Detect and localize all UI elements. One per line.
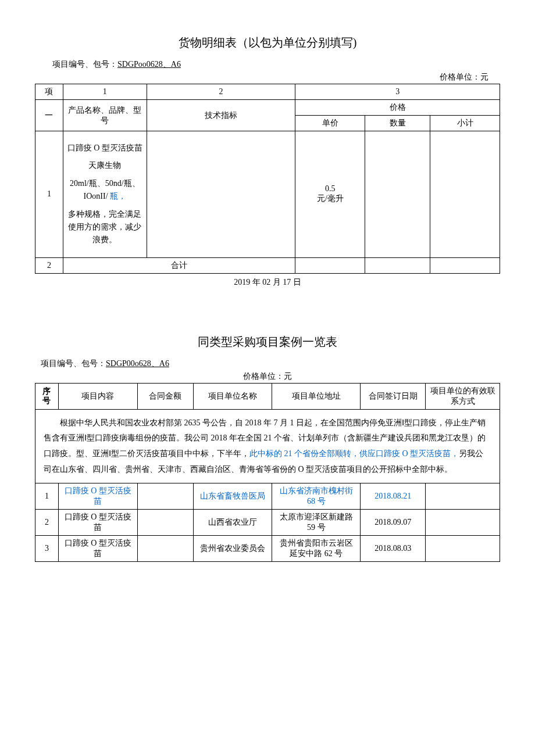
cases-h-sign-date: 合同签订日期 [361, 383, 426, 409]
case-contact [426, 536, 500, 562]
case-sign-date: 2018.08.21 [361, 483, 426, 510]
case-no: 3 [35, 536, 59, 562]
case-unit-name: 山东省畜牧兽医局 [193, 483, 272, 510]
total-label: 合计 [63, 257, 295, 273]
cases-h-seq: 序号 [35, 383, 59, 409]
case-amount [137, 536, 193, 562]
table-row: 根据中华人民共和国农业农村部第 2635 号公告，自 2018 年 7 月 1 … [35, 409, 500, 483]
table-row: 3 口蹄疫 O 型灭活疫苗 贵州省农业委员会 贵州省贵阳市云岩区延安中路 62 … [35, 536, 500, 562]
total-qty [365, 257, 430, 273]
product-name: 口蹄疫 O 型灭活疫苗 [67, 142, 143, 155]
cases-unit-line: 价格单位：元 [35, 371, 500, 382]
col-head-3: 3 [295, 84, 500, 100]
table-row: 项 1 2 3 [35, 84, 500, 100]
case-sign-date: 2018.08.03 [361, 536, 426, 562]
case-unit-addr: 山东省济南市槐村街 68 号 [272, 483, 361, 510]
row-no: 1 [35, 131, 63, 258]
cases-proj-label: 项目编号、包号： [41, 359, 106, 368]
table-row: 1 口蹄疫 O 型灭活疫苗 天康生物 20ml/瓶、50nd/瓶、IOonII/… [35, 131, 500, 258]
cases-note: 根据中华人民共和国农业农村部第 2635 号公告，自 2018 年 7 月 1 … [35, 409, 500, 483]
goods-project-line: 项目编号、包号：SDGPoo0628、A6 [35, 59, 500, 70]
spec-cell [147, 131, 295, 258]
col-head-0b: 一 [35, 100, 63, 131]
case-unit-name: 贵州省农业委员会 [193, 536, 272, 562]
header-sub: 小计 [430, 116, 500, 131]
table-row: 2 合计 [35, 257, 500, 273]
total-no: 2 [35, 257, 63, 273]
case-amount [137, 483, 193, 510]
case-no: 1 [35, 483, 59, 510]
header-unit: 单价 [295, 116, 365, 131]
product-spec: 20ml/瓶、50nd/瓶、IOonII/ 瓶， [67, 177, 143, 203]
header-price: 价格 [295, 100, 500, 116]
col-head-0: 项 [35, 84, 63, 100]
note-part-b: 此中标的 21 个省份全部顺转，供应口蹄疫 O 型灭活疫苗， [249, 449, 459, 458]
total-unit [295, 257, 365, 273]
table-row: 序号 项目内容 合同金额 项目单位名称 项目单位地址 合同签订日期 项目单位的有… [35, 383, 500, 409]
case-content: 口蹄疫 O 型灭活疫苗 [58, 483, 137, 510]
product-spec-a: 20ml/瓶、50nd/瓶、IOonII/ [70, 179, 140, 200]
qty-cell [365, 131, 430, 258]
cases-h-unit-name: 项目单位名称 [193, 383, 272, 409]
header-qty: 数量 [365, 116, 430, 131]
case-sign-date: 2018.09.07 [361, 510, 426, 536]
product-brand: 天康生物 [67, 159, 143, 172]
total-sub [430, 257, 500, 273]
case-content: 口蹄疫 O 型灭活疫苗 [58, 510, 137, 536]
product-cell: 口蹄疫 O 型灭活疫苗 天康生物 20ml/瓶、50nd/瓶、IOonII/ 瓶… [63, 131, 147, 258]
cases-title: 同类型采购项目案例一览表 [35, 334, 500, 350]
goods-proj-code: SDGPoo0628、A6 [117, 60, 181, 69]
case-contact [426, 510, 500, 536]
table-row: 2 口蹄疫 O 型灭活疫苗 山西省农业厅 太原市迎泽区新建路 59 号 2018… [35, 510, 500, 536]
header-name: 产品名称、品牌、型号 [63, 100, 147, 131]
col-head-1: 1 [63, 84, 147, 100]
col-head-2: 2 [147, 84, 295, 100]
case-contact [426, 483, 500, 510]
case-unit-name: 山西省农业厅 [193, 510, 272, 536]
goods-proj-label: 项目编号、包号： [52, 60, 117, 69]
product-note: 多种规格，完全满足使用方的需求，减少浪费。 [67, 208, 143, 247]
unit-price: 0.5 元/毫升 [295, 131, 365, 258]
case-content: 口蹄疫 O 型灭活疫苗 [58, 536, 137, 562]
cases-h-unit-addr: 项目单位地址 [272, 383, 361, 409]
cases-proj-code: SDGP00o628、A6 [106, 359, 169, 368]
case-no: 2 [35, 510, 59, 536]
sub-cell [430, 131, 500, 258]
header-spec: 技术指标 [147, 100, 295, 131]
product-spec-b: 瓶， [110, 192, 126, 200]
cases-h-content: 项目内容 [58, 383, 137, 409]
table-row: 一 产品名称、品牌、型号 技术指标 价格 [35, 100, 500, 116]
table-row: 1 口蹄疫 O 型灭活疫苗 山东省畜牧兽医局 山东省济南市槐村街 68 号 20… [35, 483, 500, 510]
goods-table: 项 1 2 3 一 产品名称、品牌、型号 技术指标 价格 单价 数量 小计 1 … [35, 84, 500, 274]
case-unit-addr: 贵州省贵阳市云岩区延安中路 62 号 [272, 536, 361, 562]
cases-h-amount: 合同金额 [137, 383, 193, 409]
case-amount [137, 510, 193, 536]
goods-date: 2019 年 02 月 17 日 [35, 277, 500, 288]
case-unit-addr: 太原市迎泽区新建路 59 号 [272, 510, 361, 536]
cases-project-line: 项目编号、包号：SDGP00o628、A6 [35, 359, 500, 369]
cases-h-contact: 项目单位的有效联系方式 [426, 383, 500, 409]
cases-table: 序号 项目内容 合同金额 项目单位名称 项目单位地址 合同签订日期 项目单位的有… [35, 383, 500, 562]
goods-unit-line: 价格单位：元 [35, 72, 500, 83]
goods-title: 货物明细表（以包为单位分别填写) [35, 35, 500, 51]
